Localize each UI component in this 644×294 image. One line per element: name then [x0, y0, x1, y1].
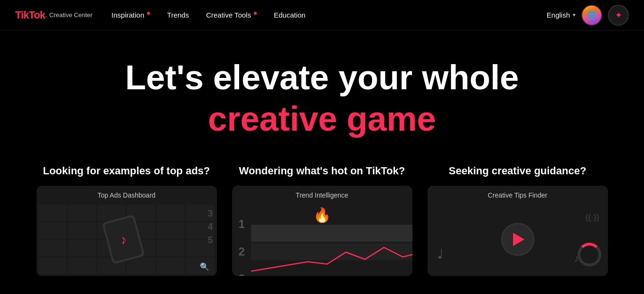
card2-rank-numbers: 123	[239, 210, 245, 276]
logo-tiktok-text: TikTok·	[15, 9, 47, 21]
nav-links: Inspiration Trends Creative Tools Educat…	[112, 11, 547, 19]
play-button-circle	[501, 223, 534, 256]
nav-link-creative-tools[interactable]: Creative Tools	[206, 11, 257, 19]
nav-link-inspiration[interactable]: Inspiration	[112, 11, 150, 19]
card-creative-tips[interactable]: Seeking creative guidance? Creative Tips…	[428, 164, 608, 276]
tiktok-logo-icon: ♪	[118, 231, 128, 247]
chevron-down-icon: ▾	[573, 12, 576, 18]
card-trend-visual: 123 🔥	[232, 203, 412, 276]
broadcast-icon: ((·))	[586, 212, 599, 222]
card-trend-box[interactable]: Trend Intelligence 123 🔥	[232, 186, 412, 276]
card-creative-tips-visual: ♩ ((·)) ♪	[428, 203, 608, 276]
card-creative-tips-label: Creative Tips Finder	[428, 186, 608, 203]
trend-line-svg	[251, 238, 412, 276]
new-dot-inspiration	[147, 12, 150, 15]
nav-link-education[interactable]: Education	[274, 11, 306, 19]
new-dot-creative-tools	[254, 12, 257, 15]
search-icon: 🔍	[200, 262, 209, 271]
card-trend[interactable]: Wondering what's hot on TikTok? Trend In…	[232, 164, 412, 276]
card1-numbers: 345	[207, 207, 213, 247]
card-top-ads-visual: 345 ♪ 🔍	[37, 203, 217, 276]
donut-chart-icon	[578, 243, 601, 266]
card-top-ads-box[interactable]: Top Ads Dashboard 345	[37, 186, 217, 276]
card-top-ads-heading: Looking for examples of top ads?	[37, 164, 217, 178]
play-triangle-icon	[513, 233, 524, 246]
card2-background: 123 🔥	[232, 203, 412, 276]
cards-section: Looking for examples of top ads? Top Ads…	[0, 157, 644, 276]
card1-background: 345 ♪ 🔍	[37, 203, 217, 276]
nav-right: English ▾ 🌐 ✦	[547, 5, 629, 26]
card-trend-heading: Wondering what's hot on TikTok?	[232, 164, 412, 178]
spark-icon: ✦	[615, 10, 622, 20]
language-label: English	[547, 11, 570, 19]
card-creative-tips-heading: Seeking creative guidance?	[428, 164, 608, 178]
card3-background: ♩ ((·)) ♪	[428, 203, 608, 276]
language-button[interactable]: English ▾	[547, 11, 576, 19]
donut-chart-inner	[578, 243, 601, 266]
user-avatar-button[interactable]: ✦	[608, 5, 629, 26]
nav-link-trends[interactable]: Trends	[167, 11, 189, 19]
hero-title-line1: Let's elevate your whole	[19, 59, 625, 96]
globe-icon: 🌐	[582, 6, 601, 25]
music-note-icon: ♩	[437, 246, 443, 262]
navbar: TikTok· Creative Center Inspiration Tren…	[0, 0, 644, 30]
hero-section: Let's elevate your whole creative game	[0, 30, 644, 157]
card-trend-label: Trend Intelligence	[232, 186, 412, 203]
logo[interactable]: TikTok· Creative Center	[15, 9, 93, 21]
fire-icon: 🔥	[313, 207, 331, 223]
card-creative-tips-box[interactable]: Creative Tips Finder ♩ ((·)) ♪	[428, 186, 608, 276]
card2-line-chart	[251, 238, 412, 276]
card-top-ads-label: Top Ads Dashboard	[37, 186, 217, 203]
card-top-ads[interactable]: Looking for examples of top ads? Top Ads…	[37, 164, 217, 276]
hero-title-line2: creative game	[19, 100, 625, 138]
card2-bars	[251, 203, 412, 276]
avatar-globe-button[interactable]: 🌐	[581, 5, 602, 26]
logo-subtitle: Creative Center	[49, 11, 93, 19]
